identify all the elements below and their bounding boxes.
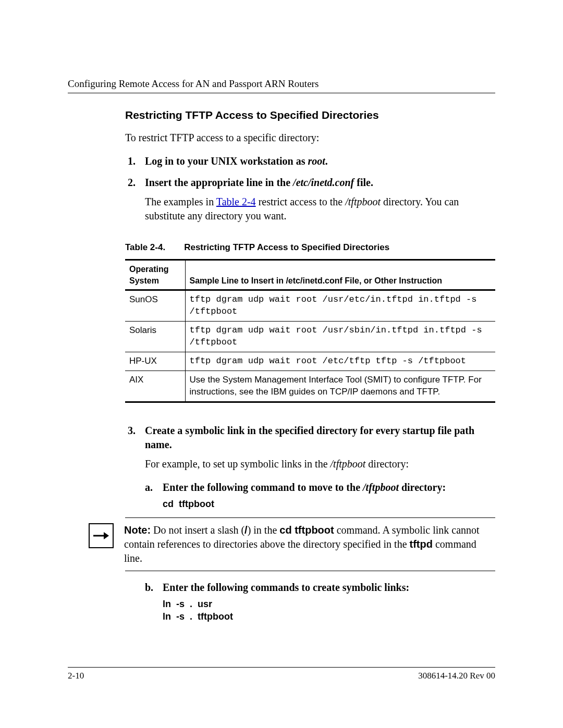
note-bottom-rule xyxy=(125,571,495,571)
intro-paragraph: To restrict TFTP access to a specific di… xyxy=(125,131,495,145)
table-row: AIX Use the System Management Interface … xyxy=(125,371,495,402)
step-number: 3. xyxy=(125,424,136,452)
step-number: 1. xyxy=(125,154,136,168)
command-ln-1: ln -s . usr xyxy=(163,598,495,610)
step-text: Create a symbolic link in the specified … xyxy=(145,424,495,452)
table-row: SunOS tftp dgram udp wait root /usr/etc/… xyxy=(125,290,495,322)
step-number: 2. xyxy=(125,176,136,190)
table-row: Solaris tftp dgram udp wait root /usr/sb… xyxy=(125,322,495,352)
step-1: 1. Log in to your UNIX workstation as ro… xyxy=(125,154,495,168)
table-row: HP-UX tftp dgram udp wait root /etc/tftp… xyxy=(125,352,495,371)
command-ln-2: ln -s . tftpboot xyxy=(163,610,495,623)
substep-text: Enter the following command to move to t… xyxy=(163,480,495,495)
substep-text: Enter the following commands to create s… xyxy=(163,581,495,595)
step-text: Log in to your UNIX workstation as root. xyxy=(145,154,495,168)
svg-marker-1 xyxy=(104,532,109,539)
substep-letter: a. xyxy=(145,480,155,495)
command-cd: cd tftpboot xyxy=(163,498,495,510)
substep-b: b. Enter the following commands to creat… xyxy=(145,581,495,595)
footer-rule xyxy=(68,667,495,668)
doc-number: 308614-14.20 Rev 00 xyxy=(418,671,495,681)
tftp-table: Operating System Sample Line to Insert i… xyxy=(125,259,495,403)
step-2: 2. Insert the appropriate line in the /e… xyxy=(125,176,495,190)
page: Configuring Remote Access for AN and Pas… xyxy=(0,0,563,728)
table-caption: Table 2-4.Restricting TFTP Access to Spe… xyxy=(125,242,495,254)
header-rule xyxy=(68,93,495,93)
running-header: Configuring Remote Access for AN and Pas… xyxy=(68,78,495,90)
substep-letter: b. xyxy=(145,581,155,595)
table-header-os: Operating System xyxy=(125,260,185,290)
step-3-body: For example, to set up symbolic links in… xyxy=(145,457,495,471)
note-arrow-icon xyxy=(89,523,114,548)
note-text: Note: Do not insert a slash (/) in the c… xyxy=(124,523,495,565)
body: To restrict TFTP access to a specific di… xyxy=(125,131,495,623)
table-header-sample: Sample Line to Insert in /etc/inetd.conf… xyxy=(185,260,495,290)
step-3: 3. Create a symbolic link in the specifi… xyxy=(125,424,495,452)
step-text: Insert the appropriate line in the /etc/… xyxy=(145,176,495,190)
page-footer: 2-10 308614-14.20 Rev 00 xyxy=(68,663,495,681)
table-crossref-link[interactable]: Table 2-4 xyxy=(216,196,256,207)
note-block: Note: Do not insert a slash (/) in the c… xyxy=(125,517,495,571)
page-number: 2-10 xyxy=(68,671,84,681)
section-heading: Restricting TFTP Access to Specified Dir… xyxy=(125,109,495,121)
step-2-body: The examples in Table 2-4 restrict acces… xyxy=(145,195,495,223)
substep-a: a. Enter the following command to move t… xyxy=(145,480,495,495)
